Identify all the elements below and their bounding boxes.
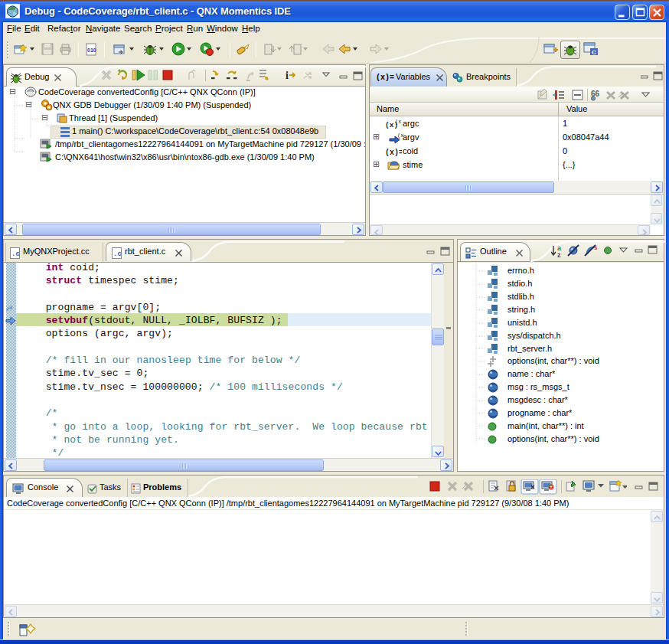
svg-text:(x): (x) <box>395 119 402 125</box>
svg-text:010: 010 <box>87 47 96 53</box>
svg-text:.c: .c <box>113 250 122 258</box>
svg-text:.c: .c <box>11 250 20 258</box>
svg-text:s: s <box>594 244 598 251</box>
svg-text:z: z <box>557 251 561 259</box>
svg-text:C: C <box>592 49 596 56</box>
svg-text:i: i <box>286 70 289 81</box>
svg-text:(x)=: (x)= <box>385 149 402 157</box>
